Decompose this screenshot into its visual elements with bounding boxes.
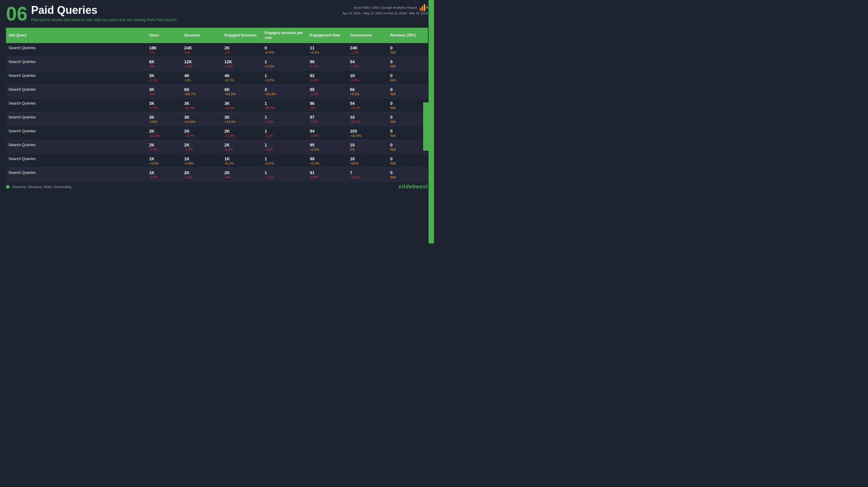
table-cell: 2K-17.8% (222, 126, 262, 140)
cell-change: -5% (184, 51, 219, 54)
cell-value: 0 (390, 170, 426, 175)
cell-change: -1.9% (149, 148, 180, 151)
cell-change: -2.9% (184, 64, 219, 68)
table-cell: 0N/A (388, 43, 428, 57)
col-header-engaged-per-user: Engaged sessions per user (262, 28, 307, 43)
table-row: Search Queries2K-1.9%2K-7.3%2K-5.2%1-3.3… (6, 140, 428, 154)
table-cell: 12K-2.9% (182, 57, 222, 71)
cell-value: 6K (224, 87, 260, 92)
cell-value: 18K (149, 45, 180, 50)
table-cell: 0N/A (388, 85, 428, 98)
table-cell: 24K-1.6% (347, 43, 388, 57)
cell-change: N/A (390, 64, 426, 68)
green-accent-mid (423, 102, 429, 151)
table-cell: 54-14.3% (347, 98, 388, 113)
page-title: Paid Queries (31, 4, 177, 16)
header-right: Acorn Hills | GA4 | Google Analytics Rep… (342, 4, 428, 15)
cell-change: +4.2% (310, 51, 345, 54)
cell-value: 12K (224, 59, 260, 64)
table-cell: 1-3.3% (262, 140, 307, 154)
header-right-top: Acorn Hills | GA4 | Google Analytics Rep… (353, 4, 428, 11)
cell-change: +5.2% (224, 161, 260, 165)
col-header-engagement-rate: Engagement Rate (307, 28, 347, 43)
cell-value: 2K (149, 143, 180, 147)
table-cell: 3K-6% (147, 85, 182, 98)
cell-change: -0.3% (310, 78, 345, 82)
table-cell: 1+2.2% (262, 71, 307, 85)
cell-value: 0 (390, 115, 426, 120)
cell-change: -5.7% (149, 106, 180, 110)
header-left: 06 Paid Queries Paid query results that … (6, 4, 177, 24)
cell-value: 95 (310, 87, 345, 92)
cell-change: -17.4% (184, 134, 219, 138)
cell-change: -0.3% (310, 120, 345, 124)
cell-value: 3K (149, 87, 180, 92)
cell-value: 24K (184, 45, 219, 50)
cell-change: -3.6% (224, 64, 260, 68)
cell-value: 0 (390, 129, 426, 133)
cell-value: 97 (310, 115, 345, 120)
cell-change: -6% (149, 64, 180, 68)
table-body: Search Queries18K-2%24K-5%2K-1%0+0.9%11+… (6, 43, 428, 182)
cell-value: 4K (184, 73, 219, 78)
cell-value: 0 (265, 45, 305, 50)
cell-change: -39.4% (265, 106, 305, 110)
cell-change: +0.3% (310, 161, 345, 165)
cell-value: 54 (350, 101, 385, 106)
table-row: Search Queries3K-6%6K+56.7%6K+53.9%2+63.… (6, 85, 428, 98)
table-cell: 18K-2% (147, 43, 182, 57)
cell-value: 1K (224, 156, 260, 161)
table-cell: 1K+4.9% (182, 154, 222, 168)
table-cell: 0N/A (388, 71, 428, 85)
table-cell-query: Search Queries (6, 168, 147, 182)
table-cell: 95+2.3% (307, 140, 347, 154)
ga4-bars (420, 4, 425, 11)
cell-value: 1 (265, 156, 305, 161)
table-cell: 100% (347, 140, 388, 154)
table-cell: 0N/A (388, 154, 428, 168)
table-cell: 0+0.9% (262, 43, 307, 57)
cell-value: 24K (350, 45, 385, 50)
cell-change: +2.2% (265, 78, 305, 82)
cell-change: -5.3% (350, 64, 385, 68)
cell-value: 0 (390, 143, 426, 147)
cell-value: 1 (265, 59, 305, 64)
cell-value: 16 (350, 156, 385, 161)
table-wrapper: Ads Query Users Sessions Engaged Session… (0, 28, 434, 182)
cell-value: 1 (265, 143, 305, 147)
table-cell-query: Search Queries (6, 113, 147, 126)
page-container: 06 Paid Queries Paid query results that … (0, 0, 434, 243)
cell-value: 98 (310, 156, 345, 161)
cell-value: 0 (390, 59, 426, 64)
header: 06 Paid Queries Paid query results that … (0, 0, 434, 27)
cell-value: 54 (350, 59, 385, 64)
green-dot-icon (6, 185, 10, 189)
cell-value: 1K (184, 156, 219, 161)
table-cell: 4K+0.7% (222, 71, 262, 85)
table-cell-query: Search Queries (6, 98, 147, 113)
table-cell: 66+8.2% (347, 85, 388, 98)
table-cell: 24K-5% (182, 43, 222, 57)
table-cell: 1K+4.6% (147, 154, 182, 168)
cell-change: +4.9% (184, 161, 219, 165)
cell-change: +63.8% (265, 92, 305, 96)
slidebeast-logo: slidebeast (398, 184, 428, 190)
table-cell: 91-0.9% (307, 168, 347, 182)
cell-value: 10 (350, 115, 385, 120)
cell-value: 94 (310, 129, 345, 133)
ga4-bar-3 (424, 4, 425, 11)
cell-change: N/A (390, 51, 426, 54)
table-cell: 3K-42.9% (222, 98, 262, 113)
cell-value: 2K (224, 129, 260, 133)
cell-change: -42.9% (224, 106, 260, 110)
table-cell: 4K+1% (182, 71, 222, 85)
table-row: Search Queries1K-1.9%2K-3.1%2K-4%1-2.1%9… (6, 168, 428, 182)
cell-change: -7.3% (184, 148, 219, 151)
cell-value: 2 (265, 87, 305, 92)
cell-value: 3K (149, 101, 180, 106)
cell-value: 1 (265, 101, 305, 106)
page-number: 06 (6, 4, 27, 24)
cell-change: +10.8% (350, 134, 385, 138)
table-cell-query: Search Queries (6, 126, 147, 140)
cell-change: +16% (149, 120, 180, 124)
